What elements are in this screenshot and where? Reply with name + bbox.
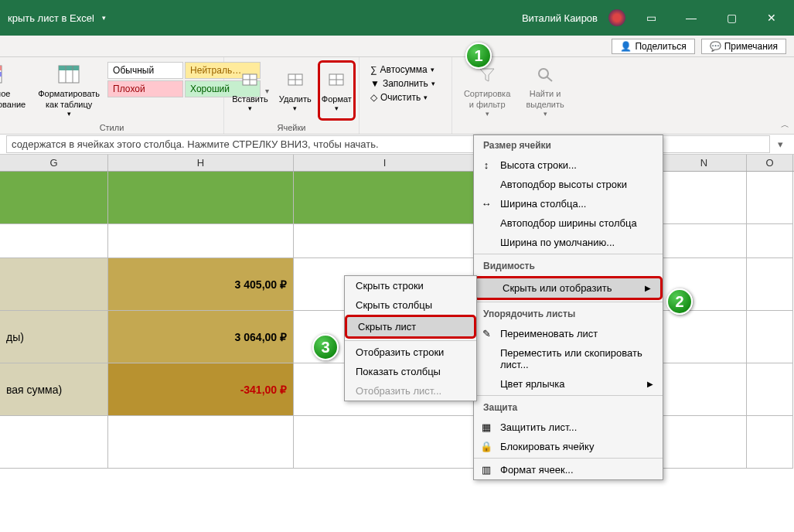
submenu-hide-rows[interactable]: Скрыть строки — [345, 276, 476, 295]
hide-show-submenu: Скрыть строки Скрыть столбцы Скрыть лист… — [344, 275, 477, 401]
close-button[interactable]: ✕ — [757, 6, 786, 29]
menu-header-cellsize: Размер ячейки — [474, 135, 663, 155]
lock-icon: 🔒 — [480, 441, 492, 453]
menu-autofit-row[interactable]: Автоподбор высоты строки — [474, 175, 663, 194]
menu-header-visibility: Видимость — [474, 256, 663, 276]
fill-label: Заполнить — [383, 78, 428, 89]
menu-hide-show[interactable]: Скрыть или отобразить ▶ Скрыть строки Ск… — [474, 276, 663, 300]
submenu-hide-cols[interactable]: Скрыть столбцы — [345, 295, 476, 315]
rename-icon: ✎ — [480, 328, 492, 340]
minimize-button[interactable]: — — [676, 6, 706, 29]
menu-lock-cell[interactable]: 🔒Блокировать ячейку — [474, 437, 663, 456]
cell-h-value1[interactable]: 3 405,00 ₽ — [108, 258, 294, 311]
delete-label: Удалить — [279, 94, 312, 104]
menu-autofit-col[interactable]: Автоподбор ширины столбца — [474, 213, 663, 233]
cond-format-label: Условное форматирование — [0, 89, 26, 109]
delete-button[interactable]: Удалить▾ — [274, 60, 316, 121]
cell-label2[interactable]: вая сумма) — [0, 363, 108, 416]
submenu-arrow-icon: ▶ — [632, 380, 653, 388]
menu-header-protection: Защита — [474, 397, 663, 418]
find-label: Найти и выделить — [523, 89, 567, 109]
help-bar: содержатся в ячейках этого столбца. Нажм… — [0, 135, 794, 155]
app-title: крыть лист в Excel — [8, 12, 94, 24]
title-bar: крыть лист в Excel ▾ Виталий Каиров ▭ — … — [0, 0, 794, 36]
comment-icon: 💬 — [710, 41, 721, 52]
user-name: Виталий Каиров — [522, 12, 598, 24]
cells-group-label: Ячейки — [224, 123, 359, 132]
fill-icon: ▼ — [370, 78, 380, 89]
menu-tab-color[interactable]: Цвет ярлычка▶ — [474, 374, 663, 394]
menu-row-height[interactable]: ↕Высота строки... — [474, 155, 663, 175]
svg-rect-4 — [59, 66, 79, 70]
cell-label1[interactable]: ды) — [0, 311, 108, 363]
style-normal[interactable]: Обычный — [107, 62, 183, 79]
col-width-icon: ↔ — [480, 198, 492, 210]
menu-rename-sheet[interactable]: ✎Переименовать лист — [474, 324, 663, 343]
fill-button[interactable]: ▼Заполнить ▾ — [367, 77, 438, 90]
help-dropdown-icon[interactable]: ▾ — [773, 138, 788, 150]
share-button[interactable]: 👤 Поделиться — [612, 39, 694, 54]
submenu-hide-sheet[interactable]: Скрыть лист — [345, 315, 476, 339]
conditional-format-button[interactable]: Условное форматирование ▾ — [0, 60, 30, 121]
share-icon: 👤 — [620, 41, 632, 52]
format-button[interactable]: Формат▾ — [318, 60, 356, 121]
menu-col-width[interactable]: ↔Ширина столбца... — [474, 194, 663, 213]
autosum-button[interactable]: ∑Автосумма ▾ — [367, 63, 438, 76]
col-header-g[interactable]: G — [0, 155, 108, 171]
format-table-label: Форматировать как таблицу — [38, 89, 100, 109]
row-height-icon: ↕ — [480, 159, 492, 172]
title-dropdown-icon[interactable]: ▾ — [102, 14, 106, 22]
style-bad[interactable]: Плохой — [107, 80, 183, 97]
format-label: Формат — [322, 94, 352, 104]
format-cells-icon: ▥ — [480, 464, 492, 476]
svg-rect-2 — [0, 72, 2, 77]
column-headers: G H I N O — [0, 155, 794, 172]
format-table-icon — [56, 63, 81, 86]
svg-line-17 — [547, 77, 552, 81]
menu-header-organize: Упорядочить листы — [474, 304, 663, 324]
magnifier-icon — [533, 63, 557, 86]
clear-label: Очистить — [380, 92, 421, 103]
col-header-o[interactable]: O — [747, 155, 793, 171]
callout-1: 1 — [465, 43, 492, 69]
delete-icon — [283, 68, 308, 91]
col-header-n[interactable]: N — [662, 155, 747, 171]
svg-rect-1 — [0, 66, 2, 70]
shield-icon: ▦ — [480, 421, 492, 434]
format-icon — [324, 68, 349, 91]
collapse-ribbon-icon[interactable]: ︿ — [781, 119, 789, 131]
comments-label: Примечания — [724, 41, 778, 52]
share-label: Поделиться — [635, 41, 686, 52]
insert-label: Вставить — [232, 94, 268, 104]
clear-button[interactable]: ◇Очистить ▾ — [367, 91, 438, 104]
col-header-i[interactable]: I — [294, 155, 476, 171]
comments-button[interactable]: 💬 Примечания — [701, 39, 786, 54]
menu-default-width[interactable]: Ширина по умолчанию... — [474, 233, 663, 252]
submenu-arrow-icon: ▶ — [629, 284, 651, 292]
menu-protect-sheet[interactable]: ▦Защитить лист... — [474, 418, 663, 437]
col-header-h[interactable]: H — [108, 155, 294, 171]
insert-button[interactable]: Вставить▾ — [227, 60, 273, 121]
menu-move-copy[interactable]: Переместить или скопировать лист... — [474, 343, 663, 374]
ribbon: Условное форматирование ▾ Форматировать … — [0, 57, 794, 135]
user-avatar[interactable] — [608, 9, 625, 26]
menu-format-cells[interactable]: ▥Формат ячеек... — [474, 460, 663, 479]
styles-group-label: Стили — [0, 123, 223, 132]
conditional-format-icon — [0, 63, 4, 86]
sort-filter-button[interactable]: Сортировка и фильтр▾ — [457, 60, 517, 121]
sigma-icon: ∑ — [370, 64, 377, 75]
submenu-show-sheet: Отобразить лист... — [345, 381, 476, 401]
cell-h-value2[interactable]: 3 064,00 ₽ — [108, 311, 294, 363]
cell-h-value3[interactable]: -341,00 ₽ — [108, 363, 294, 416]
ribbon-display-icon[interactable]: ▭ — [636, 6, 666, 29]
find-select-button[interactable]: Найти и выделить▾ — [519, 60, 571, 121]
submenu-show-cols[interactable]: Показать столбцы — [345, 362, 476, 381]
format-dropdown-menu: Размер ячейки ↕Высота строки... Автоподб… — [473, 135, 663, 480]
submenu-show-rows[interactable]: Отобразить строки — [345, 343, 476, 362]
sort-label: Сортировка и фильтр — [462, 89, 513, 109]
format-as-table-button[interactable]: Форматировать как таблицу ▾ — [33, 60, 104, 121]
callout-2: 2 — [666, 288, 693, 315]
restore-button[interactable]: ▢ — [717, 6, 746, 29]
insert-icon — [237, 68, 262, 91]
autosum-label: Автосумма — [380, 64, 428, 75]
